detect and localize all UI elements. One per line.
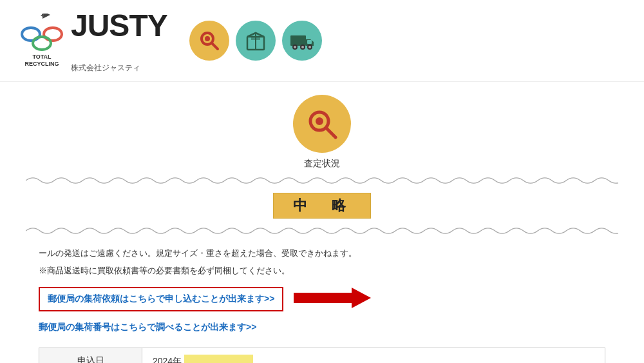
year-prefix: 2024年 xyxy=(153,356,182,363)
svg-rect-13 xyxy=(307,40,312,44)
svg-point-17 xyxy=(301,46,304,48)
header: TOTAL RECYCLING JUSTY 株式会社ジャスティ xyxy=(0,0,644,82)
content-line-1: ールの発送はご遠慮ください。規定サイズ・重さを超えた場合、受取できかねます。 xyxy=(39,247,605,260)
svg-point-15 xyxy=(294,46,296,48)
table-value-date: 2024年 xyxy=(142,348,605,363)
svg-point-19 xyxy=(308,46,311,48)
search-button[interactable] xyxy=(189,21,229,61)
assessment-search-icon xyxy=(305,107,339,141)
recycling-logo: TOTAL RECYCLING xyxy=(19,14,64,68)
content-area: ールの発送はご遠慮ください。規定サイズ・重さを超えた場合、受取できかねます。 ※… xyxy=(26,247,618,363)
brand-subtitle: 株式会社ジャスティ xyxy=(71,63,170,74)
red-arrow-svg xyxy=(294,286,371,309)
truck-icon xyxy=(290,30,314,51)
recycling-text: TOTAL RECYCLING xyxy=(24,54,59,68)
svg-line-22 xyxy=(327,128,336,137)
box-button[interactable] xyxy=(236,21,276,61)
content-line-2: ※商品返送時に買取依頼書等の必要書類を必ず同梱してください。 xyxy=(39,264,605,278)
brand-logo-group: JUSTY 株式会社ジャスティ xyxy=(71,8,170,74)
brand-name: JUSTY xyxy=(71,8,167,43)
main-content: 査定状況 中 略 ールの発送はご遠慮ください。規定サイズ・重さを超えた場合、受取… xyxy=(0,82,644,363)
svg-marker-5 xyxy=(41,14,44,17)
info-table: 申込日 2024年 xyxy=(39,348,605,363)
header-icon-group xyxy=(189,21,322,61)
link-box-row: 郵便局の集荷依頼はこちらで申し込むことが出来ます>> xyxy=(39,282,605,317)
wavy-divider-bottom xyxy=(26,224,618,238)
assessment-label: 査定状況 xyxy=(26,158,618,170)
assessment-icon xyxy=(293,95,351,153)
date-highlight xyxy=(184,355,253,363)
svg-point-21 xyxy=(316,117,323,125)
table-row: 申込日 2024年 xyxy=(39,348,605,363)
svg-rect-11 xyxy=(251,37,260,40)
pickup-request-link[interactable]: 郵便局の集荷依頼はこちらで申し込むことが出来ます>> xyxy=(39,287,283,311)
recycling-svg xyxy=(19,14,64,51)
red-arrow-icon xyxy=(294,286,371,312)
omit-banner: 中 略 xyxy=(273,193,371,219)
truck-button[interactable] xyxy=(282,21,322,61)
svg-rect-12 xyxy=(290,35,306,46)
svg-point-4 xyxy=(33,37,51,50)
wavy-divider-top xyxy=(26,173,618,188)
table-label-shinkombi: 申込日 xyxy=(39,348,142,363)
pickup-number-link[interactable]: 郵便局の集荷番号はこちらで調べることが出来ます>> xyxy=(39,322,256,333)
svg-line-8 xyxy=(212,43,218,49)
search-icon xyxy=(198,30,220,52)
svg-point-7 xyxy=(205,36,210,41)
box-icon xyxy=(244,29,267,52)
svg-marker-23 xyxy=(294,288,371,308)
recycling-rings-icon xyxy=(19,14,64,52)
